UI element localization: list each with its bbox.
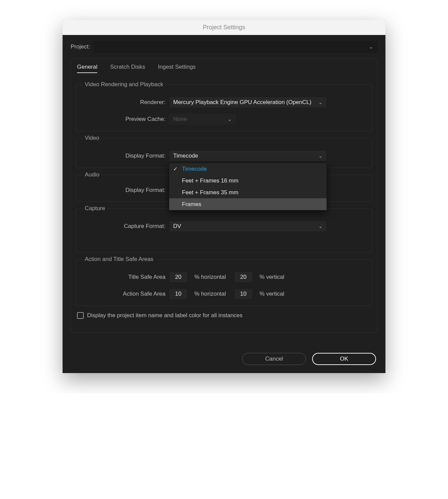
unit-vertical: % vertical bbox=[260, 274, 285, 280]
unit-horizontal: % horizontal bbox=[194, 274, 226, 280]
chevron-down-icon: ⌄ bbox=[369, 44, 373, 49]
dropdown-item-feet-frames-35[interactable]: Feet + Frames 35 mm bbox=[169, 187, 327, 198]
action-safe-label: Action Safe Area bbox=[81, 291, 165, 297]
audio-display-format-label: Display Format: bbox=[81, 187, 165, 194]
video-display-format-select[interactable]: Timecode ⌄ bbox=[169, 150, 327, 162]
title-safe-v-input[interactable] bbox=[234, 271, 253, 283]
cancel-button[interactable]: Cancel bbox=[242, 353, 306, 365]
preview-cache-row: Preview Cache: None ⌄ bbox=[81, 113, 367, 125]
check-icon: ✓ bbox=[173, 166, 178, 172]
display-project-item-row: Display the project item name and label … bbox=[76, 312, 372, 319]
preview-cache-value: None bbox=[173, 116, 187, 123]
video-display-format-label: Display Format: bbox=[81, 153, 165, 159]
dropdown-item-label: Frames bbox=[182, 201, 201, 208]
unit-vertical: % vertical bbox=[260, 291, 285, 297]
dropdown-item-frames[interactable]: Frames bbox=[169, 198, 327, 210]
video-display-format-value: Timecode bbox=[173, 153, 198, 159]
chevron-down-icon: ⌄ bbox=[319, 153, 323, 159]
video-legend: Video bbox=[83, 135, 101, 141]
renderer-value: Mercury Playback Engine GPU Acceleration… bbox=[173, 99, 311, 106]
video-display-format-select-wrap: Timecode ⌄ ✓ Timecode Feet + Frames 16 m… bbox=[169, 150, 327, 162]
video-display-format-row: Display Format: Timecode ⌄ ✓ Timecode bbox=[81, 150, 367, 162]
capture-format-row: Capture Format: DV ⌄ bbox=[81, 221, 367, 232]
dropdown-item-label: Feet + Frames 16 mm bbox=[182, 177, 238, 184]
title-safe-h-input[interactable] bbox=[169, 271, 188, 283]
video-rendering-section: Video Rendering and Playback Renderer: M… bbox=[76, 81, 372, 131]
title-safe-label: Title Safe Area bbox=[81, 274, 165, 280]
chevron-down-icon: ⌄ bbox=[319, 224, 323, 229]
safe-areas-section: Action and Title Safe Areas Title Safe A… bbox=[76, 256, 372, 306]
audio-legend: Audio bbox=[83, 171, 101, 178]
unit-horizontal: % horizontal bbox=[194, 291, 226, 297]
button-row: Cancel OK bbox=[71, 353, 377, 365]
safe-areas-legend: Action and Title Safe Areas bbox=[83, 256, 155, 263]
tab-general[interactable]: General bbox=[77, 64, 97, 73]
capture-format-label: Capture Format: bbox=[81, 223, 165, 230]
renderer-row: Renderer: Mercury Playback Engine GPU Ac… bbox=[81, 97, 367, 108]
dropdown-item-label: Feet + Frames 35 mm bbox=[182, 189, 238, 196]
dropdown-item-feet-frames-16[interactable]: Feet + Frames 16 mm bbox=[169, 175, 327, 187]
dropdown-item-label: Timecode bbox=[182, 166, 207, 172]
chevron-down-icon: ⌄ bbox=[319, 100, 323, 105]
video-section: Video Display Format: Timecode ⌄ ✓ Timec… bbox=[76, 135, 372, 168]
dialog-title: Project Settings bbox=[63, 20, 385, 35]
dialog-content: Project: ⌄ General Scratch Disks Ingest … bbox=[63, 35, 385, 373]
capture-legend: Capture bbox=[83, 205, 107, 212]
video-rendering-legend: Video Rendering and Playback bbox=[83, 81, 165, 88]
tab-container: General Scratch Disks Ingest Settings Vi… bbox=[71, 59, 377, 333]
tab-ingest-settings[interactable]: Ingest Settings bbox=[158, 64, 195, 73]
capture-section: Capture Capture Format: DV ⌄ bbox=[76, 205, 372, 253]
chevron-down-icon: ⌄ bbox=[228, 117, 232, 122]
project-select[interactable]: ⌄ bbox=[94, 41, 377, 53]
tab-scratch-disks[interactable]: Scratch Disks bbox=[110, 64, 145, 73]
title-safe-row: Title Safe Area % horizontal % vertical bbox=[81, 271, 367, 283]
project-row: Project: ⌄ bbox=[71, 41, 377, 53]
display-project-item-checkbox[interactable] bbox=[77, 312, 84, 319]
preview-cache-label: Preview Cache: bbox=[81, 116, 165, 123]
action-safe-v-input[interactable] bbox=[234, 288, 253, 300]
display-project-item-label: Display the project item name and label … bbox=[87, 312, 242, 319]
project-label: Project: bbox=[71, 43, 90, 50]
tabs: General Scratch Disks Ingest Settings bbox=[76, 64, 372, 78]
renderer-select[interactable]: Mercury Playback Engine GPU Acceleration… bbox=[169, 97, 327, 108]
dropdown-item-timecode[interactable]: ✓ Timecode bbox=[169, 163, 327, 175]
ok-button[interactable]: OK bbox=[312, 353, 376, 365]
project-settings-dialog: Project Settings Project: ⌄ General Scra… bbox=[63, 20, 385, 373]
capture-format-value: DV bbox=[173, 223, 181, 230]
renderer-label: Renderer: bbox=[81, 99, 165, 106]
action-safe-row: Action Safe Area % horizontal % vertical bbox=[81, 288, 367, 300]
capture-format-select[interactable]: DV ⌄ bbox=[169, 221, 327, 232]
action-safe-h-input[interactable] bbox=[169, 288, 188, 300]
video-display-format-dropdown: ✓ Timecode Feet + Frames 16 mm Feet + Fr… bbox=[169, 163, 327, 210]
preview-cache-select: None ⌄ bbox=[169, 113, 236, 125]
